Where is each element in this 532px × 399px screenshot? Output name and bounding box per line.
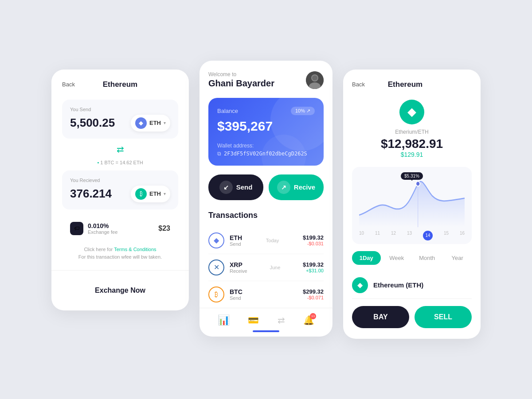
action-buttons: ↙ Send ↗ Recive xyxy=(208,174,324,200)
tx-type-btc: Send xyxy=(230,295,243,301)
welcome-header: Welcome to Ghani Bayarder xyxy=(208,71,324,89)
svg-point-5 xyxy=(416,181,420,186)
send-amount: 5,500.25 xyxy=(70,116,115,130)
balance-card: Balance 10% ↗ $395,267 Wallet address: ⧉… xyxy=(208,98,324,166)
wallet-label: Wallet address: xyxy=(217,143,315,149)
chart-tooltip: $5.31% xyxy=(401,172,423,180)
user-avatar[interactable] xyxy=(306,71,324,89)
tx-left-btc: ₿ BTC Send xyxy=(208,287,243,302)
tab-year[interactable]: Year xyxy=(443,251,472,265)
price-chart xyxy=(359,174,465,227)
btc-tx-icon: ₿ xyxy=(208,287,224,302)
tx-date-xrp: June xyxy=(270,265,280,270)
send-button[interactable]: ↙ Send xyxy=(208,174,263,200)
received-currency-name: ETH xyxy=(149,190,161,197)
transactions-section: Transactions ◆ ETH Send Today $199.32 -$… xyxy=(208,211,324,308)
tx-date-eth: Today xyxy=(266,238,279,243)
tag-icon: 🏷 xyxy=(70,222,83,235)
table-row[interactable]: ◆ ETH Send Today $199.32 -$0.031 xyxy=(208,227,324,254)
trade-buttons: BAY SELL xyxy=(352,306,472,339)
terms-text: Click here for Terms & Conditions For th… xyxy=(62,246,178,270)
tab-1day[interactable]: 1Day xyxy=(352,251,381,265)
chart-label-13: 13 xyxy=(407,231,412,240)
sell-button[interactable]: SELL xyxy=(415,306,472,328)
send-label: Send xyxy=(236,183,253,191)
coin-price: $12,982.91 xyxy=(381,137,443,151)
screen3-title: Ethereum xyxy=(388,80,422,89)
send-currency-chevron: ▾ xyxy=(164,120,166,125)
copy-icon[interactable]: ⧉ xyxy=(217,151,221,157)
nav-item-chart[interactable]: 📊 xyxy=(218,314,230,326)
fee-left: 🏷 0.010% Exchange fee xyxy=(70,222,117,235)
xrp-tx-icon: ✕ xyxy=(208,260,224,275)
tx-amount-eth: $199.32 xyxy=(303,234,324,241)
chart-label-15: 15 xyxy=(444,231,449,240)
terms-link[interactable]: Terms & Conditions xyxy=(114,247,156,252)
table-row[interactable]: ✕ XRP Receive June $199.32 +$31.00 xyxy=(208,254,324,281)
fee-label: Exchange fee xyxy=(88,229,117,235)
welcome-text: Welcome to xyxy=(208,71,274,77)
tx-name-btc: BTC xyxy=(230,288,243,295)
swap-icon[interactable]: ⇄ xyxy=(114,144,126,156)
balance-amount: $395,267 xyxy=(217,119,315,134)
notification-count: 11 xyxy=(310,313,316,319)
tab-week[interactable]: Week xyxy=(383,251,411,265)
received-currency-badge[interactable]: ₿ ETH ▾ xyxy=(131,186,170,202)
tx-left-xrp: ✕ XRP Receive xyxy=(208,260,247,275)
you-received-box: You Recieved 376.214 ₿ ETH ▾ xyxy=(62,170,178,209)
tx-name-xrp: XRP xyxy=(230,261,247,268)
tx-amount-xrp: $199.32 xyxy=(303,261,324,268)
eth-icon-send: ◆ xyxy=(135,117,147,129)
you-send-label: You Send xyxy=(70,107,170,112)
received-currency-chevron: ▾ xyxy=(164,191,166,196)
bottom-nav: 📊 💳 ⇄ 🔔 11 xyxy=(200,308,332,330)
back-button-1[interactable]: Back xyxy=(62,81,75,88)
chart-label-10: 10 xyxy=(359,231,364,240)
eth-tx-icon: ◆ xyxy=(208,232,224,248)
balance-label: Balance xyxy=(217,108,238,114)
table-row[interactable]: ₿ BTC Send $299.32 -$0.071 xyxy=(208,281,324,308)
balance-badge: 10% ↗ xyxy=(291,107,315,115)
receive-arrow-icon: ↗ xyxy=(277,181,290,194)
tab-month[interactable]: Month xyxy=(413,251,442,265)
buy-button[interactable]: BAY xyxy=(352,306,409,328)
eth-large-icon: ◆ xyxy=(399,100,424,124)
wallet-address: 2F3dF5fSV02Gnf02dbeCgD262S xyxy=(224,151,307,157)
tx-change-btc: -$0.071 xyxy=(303,295,324,300)
fee-percent: 0.010% xyxy=(88,222,117,229)
send-currency-name: ETH xyxy=(149,120,161,126)
screen1-header: Back Ethereum xyxy=(62,80,178,89)
nav-indicator xyxy=(253,330,279,332)
back-button-3[interactable]: Back xyxy=(352,81,365,88)
chart-label-11: 11 xyxy=(375,231,380,240)
you-received-label: You Recieved xyxy=(70,178,170,183)
dashboard-screen: Welcome to Ghani Bayarder Balance 10% xyxy=(200,61,332,337)
fee-amount: $23 xyxy=(158,225,170,232)
coin-hero: ◆ Etherium/ETH $12,982.91 $129.91 xyxy=(352,100,472,158)
nav-item-notifications[interactable]: 🔔 11 xyxy=(303,315,314,325)
send-arrow-icon: ↙ xyxy=(219,181,233,194)
exchange-btn-container: Exchange Now xyxy=(51,270,189,310)
nav-item-wallet[interactable]: 💳 xyxy=(248,315,259,325)
tx-right-eth: $199.32 -$0.031 xyxy=(303,234,324,246)
terms-line2: For this transaction wfee will bw taken. xyxy=(78,254,162,260)
transactions-title: Transactions xyxy=(208,211,324,220)
chart-label-16: 16 xyxy=(460,231,465,240)
tx-change-xrp: +$31.00 xyxy=(303,268,324,273)
eth-small-icon: ◆ xyxy=(352,277,368,293)
tx-type-xrp: Receive xyxy=(230,268,247,274)
receive-label: Recive xyxy=(294,183,315,191)
coin-detail-row: ◆ Ethereum (ETH) xyxy=(352,272,472,299)
chart-x-labels: 10 11 12 13 14 15 16 xyxy=(359,229,465,240)
nav-item-exchange[interactable]: ⇄ xyxy=(278,315,285,325)
screen1-title: Ethereum xyxy=(103,80,137,89)
exchange-now-button[interactable]: Exchange Now xyxy=(62,279,178,302)
chart-label-14: 14 xyxy=(423,231,433,240)
chart-bar-icon: 📊 xyxy=(218,314,230,326)
send-currency-badge[interactable]: ◆ ETH ▾ xyxy=(131,115,170,132)
eth-detail-screen: Back Ethereum ◆ Etherium/ETH $12,982.91 … xyxy=(343,70,481,339)
btc-icon-receive: ₿ xyxy=(135,188,147,200)
conversion-text: 1 BTC = 14.62 ETH xyxy=(100,160,143,165)
receive-button[interactable]: ↗ Recive xyxy=(269,174,324,200)
period-tabs: 1Day Week Month Year xyxy=(352,251,472,265)
